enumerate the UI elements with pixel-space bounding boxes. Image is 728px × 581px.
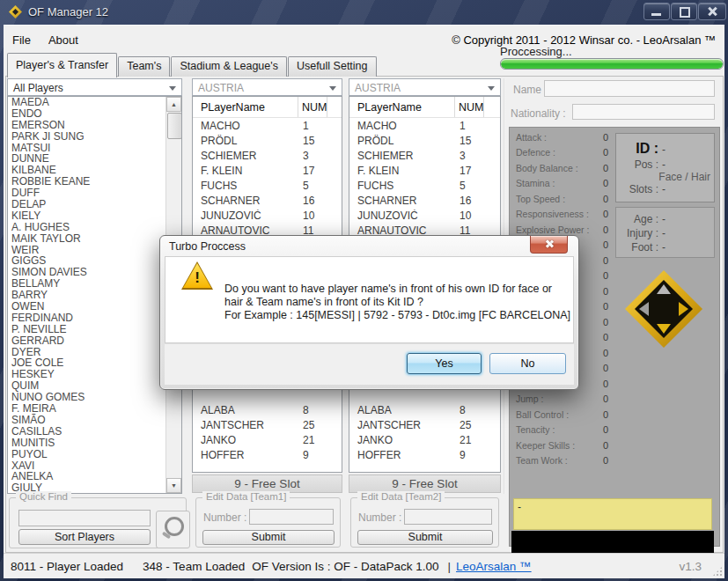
player-list-item[interactable]: OWEN (8, 301, 167, 313)
team2-submit-button[interactable]: Submit (357, 530, 493, 545)
scroll-down-icon[interactable]: ▼ (166, 478, 181, 493)
table-row[interactable]: SCHIEMER 3 (193, 148, 342, 163)
table-row[interactable]: MACHO 1 (193, 118, 342, 133)
tab-players-transfer[interactable]: Player's & Transfer (7, 53, 117, 77)
team2-number-input[interactable] (404, 509, 492, 525)
player-name-cell: ALABA (349, 404, 455, 416)
table-row[interactable]: JANTSCHER 25 (349, 417, 500, 432)
stat-value: 0 (603, 393, 608, 404)
column-num[interactable]: NUM (298, 97, 327, 117)
stat-label: Tenacity : (510, 424, 603, 435)
close-button[interactable] (698, 3, 726, 20)
player-list-item[interactable]: A. HUGHES (8, 222, 167, 233)
player-name-cell: F. KLEIN (193, 165, 298, 177)
team1-number-input[interactable] (249, 509, 334, 525)
scrollbar-thumb[interactable] (167, 113, 182, 139)
table-row[interactable]: FUCHS 5 (193, 178, 342, 193)
minimize-button[interactable] (643, 3, 670, 20)
title-bar[interactable]: OF Manager 12 (0, 0, 728, 25)
leoarsalan-link[interactable]: LeoArsalan ™ (456, 560, 532, 573)
player-list-item[interactable]: KIELY (8, 210, 167, 222)
resize-grip-icon[interactable] (712, 566, 723, 577)
table-row[interactable]: HOFFER 9 (193, 447, 342, 462)
arrow-left-icon (639, 302, 649, 316)
player-list-item[interactable]: GERRARD (8, 335, 167, 347)
player-list-item[interactable]: FERDINAND (8, 313, 167, 324)
table-row[interactable]: ALABA 8 (349, 402, 500, 417)
team1-combobox[interactable]: AUSTRIA (192, 78, 342, 96)
all-players-combobox[interactable]: All Players (7, 78, 182, 96)
no-button[interactable]: No (489, 353, 566, 374)
tab-teams[interactable]: Team's (118, 56, 170, 77)
dialog-close-button[interactable] (530, 236, 568, 254)
tab-usefull-setting[interactable]: Usefull Setting (288, 56, 377, 77)
table-row[interactable]: MACHO 1 (349, 118, 500, 133)
table-row[interactable]: JUNUZOVIĆ 10 (193, 208, 342, 223)
pos-value: - (662, 158, 665, 171)
column-player-name[interactable]: PLayerName (193, 97, 298, 117)
player-name-cell: JANTSCHER (193, 419, 298, 431)
player-list-item[interactable]: SIMÃO (8, 415, 167, 426)
player-list-item[interactable]: DELAP (8, 199, 167, 210)
app-logo-icon (9, 5, 22, 18)
player-list-item[interactable]: MUNITIS (8, 438, 167, 449)
name-field[interactable] (544, 80, 715, 97)
table-row[interactable]: JANKO 21 (349, 432, 500, 447)
player-name-cell: FUCHS (193, 180, 298, 192)
team1-submit-button[interactable]: Submit (202, 530, 335, 545)
team2-combobox[interactable]: AUSTRIA (349, 78, 501, 96)
team1-combobox-value: AUSTRIA (198, 82, 244, 94)
maximize-button[interactable] (671, 3, 697, 20)
yes-button[interactable]: Yes (407, 353, 482, 374)
table-row[interactable]: F. KLEIN 17 (193, 163, 342, 178)
stat-value: 0 (603, 239, 608, 250)
player-list-item[interactable]: F. MEIRA (8, 403, 167, 415)
stat-value: 0 (603, 224, 608, 235)
table-row[interactable]: JUNUZOVIĆ 10 (349, 208, 500, 223)
table-row[interactable]: JANKO 21 (193, 432, 342, 447)
player-list-item[interactable]: MAEDA (8, 97, 167, 108)
player-list-item[interactable]: P. NEVILLE (8, 324, 167, 335)
player-list-item[interactable]: CASILLAS (8, 426, 167, 438)
of-version-status: OF Version Is : OF - DataPack 1.00 (252, 560, 438, 573)
player-name-cell: MACHO (349, 120, 455, 132)
table-row[interactable]: PRÖDL 15 (193, 133, 342, 148)
nationality-field[interactable] (572, 104, 715, 120)
table-row[interactable]: SCHARNER 16 (349, 193, 500, 208)
stat-label: Stamina : (510, 178, 603, 188)
id-value: - (662, 143, 665, 156)
column-num[interactable]: NUM (455, 97, 484, 117)
table-row[interactable]: JANTSCHER 25 (193, 417, 342, 432)
player-list-item[interactable]: MAIK TAYLOR (8, 233, 167, 245)
player-name-cell: JUNUZOVIĆ (349, 210, 455, 222)
menu-about[interactable]: About (40, 32, 87, 48)
table-row[interactable]: F. KLEIN 17 (349, 163, 500, 178)
player-list: MAEDAENDOEMERSONPARK JI SUNGMATSUIDUNNEK… (8, 97, 167, 494)
player-list-item[interactable]: ENDO (8, 108, 167, 120)
player-num-cell: 5 (298, 180, 327, 192)
stat-value: 0 (603, 286, 608, 297)
stat-label: Top Speed : (510, 194, 603, 204)
tab-stadium-leagues[interactable]: Stadium & League's (171, 56, 287, 77)
player-name-cell: HOFFER (193, 449, 298, 461)
table-row[interactable]: PRÖDL 15 (349, 133, 500, 148)
search-button[interactable] (156, 511, 190, 548)
table-row[interactable]: SCHARNER 16 (193, 193, 342, 208)
quick-find-input[interactable] (18, 510, 151, 526)
arrow-up-icon (657, 284, 671, 294)
player-list-item[interactable]: PUYOL (8, 449, 167, 460)
table-row[interactable]: HOFFER 9 (349, 447, 500, 462)
player-list-item[interactable]: PARK JI SUNG (8, 131, 167, 143)
table-row[interactable]: SCHIEMER 3 (349, 148, 500, 163)
player-listbox[interactable]: MAEDAENDOEMERSONPARK JI SUNGMATSUIDUNNEK… (7, 96, 182, 494)
menu-file[interactable]: File (4, 32, 40, 48)
sort-players-button[interactable]: Sort Players (18, 529, 151, 545)
edit-team1-group: Edit Data [Team1] Number : Submit (195, 497, 341, 548)
column-player-name[interactable]: PLayerName (349, 97, 455, 117)
age-value: - (662, 213, 665, 225)
player-list-item[interactable]: EMERSON (8, 120, 167, 131)
table-row[interactable]: ALABA 8 (193, 402, 342, 417)
table-row[interactable]: FUCHS 5 (349, 178, 500, 193)
stat-value: 0 (603, 317, 608, 327)
scroll-up-icon[interactable]: ▲ (166, 97, 181, 112)
